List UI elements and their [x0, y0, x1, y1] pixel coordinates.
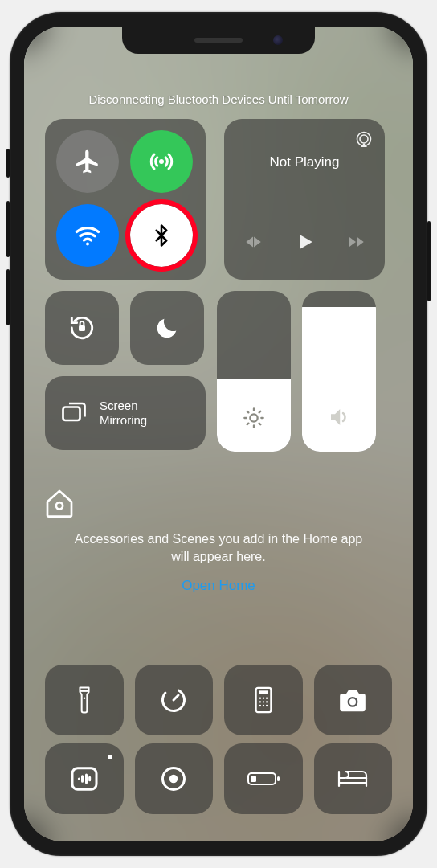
screen-record-button[interactable] [135, 743, 214, 814]
calculator-button[interactable] [224, 665, 303, 735]
home-icon [43, 487, 76, 519]
front-camera [273, 35, 283, 45]
music-recognition-button[interactable] [45, 743, 124, 814]
media-panel[interactable]: Not Playing [224, 119, 385, 280]
flashlight-button[interactable] [45, 665, 124, 735]
calculator-icon [252, 686, 275, 714]
airplane-icon [74, 148, 101, 175]
orientation-lock-icon [67, 313, 97, 343]
svg-rect-27 [251, 776, 256, 782]
active-indicator-dot [108, 755, 112, 760]
music-recognition-icon [68, 763, 100, 795]
volume-slider[interactable] [302, 291, 376, 452]
wifi-icon [73, 221, 102, 250]
screen-mirroring-button[interactable]: Screen Mirroring [45, 376, 206, 450]
flashlight-icon [73, 684, 96, 716]
brightness-slider[interactable] [217, 291, 291, 452]
shortcut-row-1 [43, 665, 394, 735]
svg-point-3 [360, 135, 368, 143]
sleep-mode-button[interactable] [314, 743, 393, 814]
svg-point-15 [259, 701, 261, 702]
camera-button[interactable] [314, 665, 393, 735]
control-center: Disconnecting Bluetooth Devices Until To… [43, 46, 394, 822]
low-power-mode-button[interactable] [224, 743, 303, 814]
record-icon [159, 764, 188, 793]
cellular-data-toggle[interactable] [130, 130, 193, 193]
volume-icon [327, 405, 351, 429]
home-message: Accessories and Scenes you add in the Ho… [43, 530, 394, 567]
svg-rect-11 [259, 690, 268, 694]
battery-low-icon [246, 769, 281, 788]
top-modules: Not Playing [43, 119, 394, 280]
moon-icon [153, 314, 181, 342]
svg-point-18 [259, 705, 261, 706]
wifi-toggle[interactable] [56, 204, 119, 267]
svg-point-6 [250, 414, 257, 421]
svg-point-19 [263, 705, 264, 706]
svg-point-7 [56, 502, 63, 509]
svg-point-13 [263, 698, 264, 699]
svg-rect-5 [63, 407, 80, 421]
screen: Disconnecting Bluetooth Devices Until To… [24, 27, 413, 841]
previous-button[interactable] [243, 231, 263, 252]
svg-point-16 [263, 701, 264, 702]
side-button [427, 221, 431, 301]
airplane-mode-toggle[interactable] [56, 130, 119, 193]
airplay-icon[interactable] [354, 130, 374, 149]
open-home-link[interactable]: Open Home [43, 578, 394, 594]
volume-down-button [6, 269, 10, 326]
cellular-icon [147, 147, 176, 176]
brightness-icon [243, 407, 265, 429]
svg-point-8 [83, 697, 85, 699]
connectivity-panel[interactable] [45, 119, 206, 280]
device-frame: Disconnecting Bluetooth Devices Until To… [10, 12, 427, 856]
svg-point-14 [266, 698, 268, 699]
notch [122, 27, 315, 54]
svg-point-20 [266, 705, 268, 706]
mute-switch [6, 149, 10, 178]
orientation-lock-button[interactable] [45, 291, 119, 365]
play-button[interactable] [294, 231, 315, 252]
bed-icon [336, 767, 370, 791]
media-controls [235, 231, 374, 252]
camera-icon [337, 685, 368, 715]
svg-rect-4 [79, 326, 85, 331]
speaker-grill [194, 38, 243, 43]
do-not-disturb-button[interactable] [130, 291, 204, 365]
svg-rect-22 [72, 768, 96, 790]
volume-up-button [6, 201, 10, 257]
svg-point-1 [86, 243, 89, 246]
svg-rect-26 [277, 776, 280, 781]
timer-button[interactable] [135, 665, 214, 735]
shortcut-row-2 [43, 743, 394, 814]
svg-point-12 [259, 698, 261, 699]
timer-icon [159, 686, 188, 714]
screen-mirroring-label: Screen Mirroring [100, 399, 147, 428]
bluetooth-toggle[interactable] [130, 204, 193, 267]
now-playing-title: Not Playing [235, 154, 374, 170]
next-button[interactable] [345, 231, 366, 252]
status-banner: Disconnecting Bluetooth Devices Until To… [43, 92, 394, 106]
bluetooth-icon [149, 223, 174, 248]
screen-mirroring-icon [59, 399, 88, 428]
home-section: Accessories and Scenes you add in the Ho… [43, 487, 394, 594]
svg-point-17 [266, 701, 268, 702]
svg-point-24 [169, 775, 178, 784]
svg-point-0 [159, 159, 164, 164]
volume-fill [302, 307, 376, 452]
